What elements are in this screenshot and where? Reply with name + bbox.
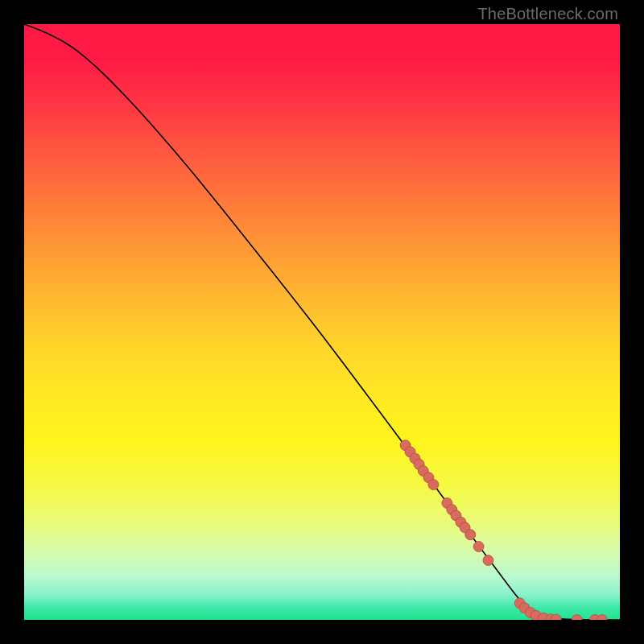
curve-line (24, 24, 620, 620)
data-marker (572, 615, 582, 621)
chart-svg (24, 24, 620, 620)
plot-area (24, 24, 620, 620)
data-marker (483, 555, 493, 566)
chart-frame: TheBottleneck.com (0, 0, 644, 644)
data-marker (428, 480, 439, 490)
watermark-text: TheBottleneck.com (477, 5, 618, 23)
marker-group (400, 440, 607, 620)
data-marker (465, 530, 476, 540)
data-marker (597, 615, 607, 621)
data-marker (473, 541, 484, 551)
